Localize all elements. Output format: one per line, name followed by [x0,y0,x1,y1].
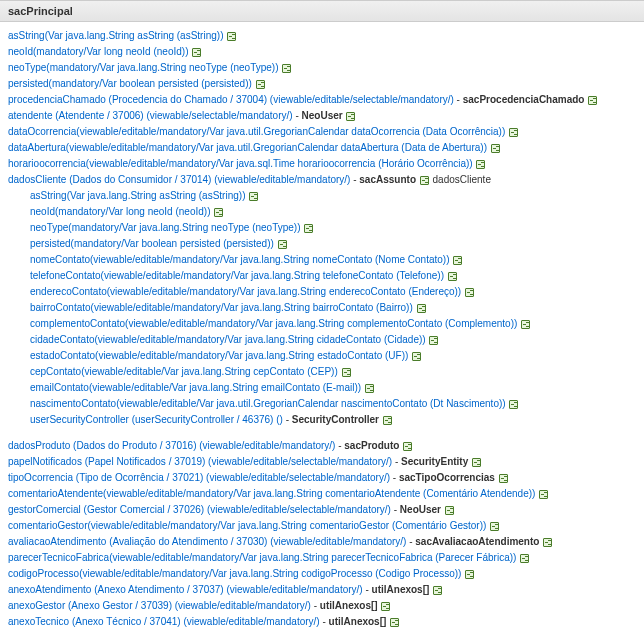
property-link[interactable]: neoType(mandatory/Var java.lang.String n… [8,62,279,73]
expand-icon[interactable] [465,570,474,579]
property-link[interactable]: asString(Var java.lang.String asString (… [8,30,223,41]
property-link[interactable]: dataOcorrencia(viewable/editable/mandato… [8,126,505,137]
tree-row: dadosProduto (Dados do Produto / 37016) … [8,438,636,453]
expand-icon[interactable] [429,336,438,345]
expand-icon[interactable] [539,490,548,499]
type-name: sacAssunto [359,174,416,185]
expand-icon[interactable] [346,112,355,121]
property-link[interactable]: emailContato(viewable/editable/Var java.… [30,382,361,393]
expand-icon[interactable] [472,458,481,467]
type-name: SecurityEntity [401,456,468,467]
property-link[interactable]: horarioocorrencia(viewable/editable/mand… [8,158,473,169]
property-link[interactable]: comentarioGestor(viewable/editable/manda… [8,520,486,531]
tree-row: dataAbertura(viewable/editable/mandatory… [8,140,636,155]
expand-icon[interactable] [448,272,457,281]
tree-row: comentarioGestor(viewable/editable/manda… [8,518,636,533]
tree-row: anexoTecnico (Anexo Técnico / 37041) (vi… [8,614,636,627]
separator: - [391,504,400,515]
tree-row: persisted(mandatory/Var boolean persiste… [8,236,636,251]
property-link[interactable]: estadoContato(viewable/editable/mandator… [30,350,408,361]
type-name: NeoUser [400,504,441,515]
property-link[interactable]: bairroContato(viewable/editable/mandator… [30,302,413,313]
property-link[interactable]: asString(Var java.lang.String asString (… [30,190,245,201]
tree-row: asString(Var java.lang.String asString (… [8,28,636,43]
expand-icon[interactable] [433,586,442,595]
property-link[interactable]: parecerTecnicoFabrica(viewable/editable/… [8,552,516,563]
expand-icon[interactable] [304,224,313,233]
tree-row: papelNotificados (Papel Notificados / 37… [8,454,636,469]
expand-icon[interactable] [499,474,508,483]
tree-row: neoId(mandatory/Var long neoId (neoId)) [8,204,636,219]
expand-icon[interactable] [403,442,412,451]
tree-row: estadoContato(viewable/editable/mandator… [8,348,636,363]
property-link[interactable]: tipoOcorrencia (Tipo de Ocorrência / 370… [8,472,390,483]
property-link[interactable]: cidadeContato(viewable/editable/mandator… [30,334,426,345]
expand-icon[interactable] [445,506,454,515]
expand-icon[interactable] [509,400,518,409]
expand-icon[interactable] [256,80,265,89]
expand-icon[interactable] [249,192,258,201]
trail-text: dadosCliente [433,174,491,185]
expand-icon[interactable] [491,144,500,153]
expand-icon[interactable] [453,256,462,265]
property-link[interactable]: papelNotificados (Papel Notificados / 37… [8,456,392,467]
property-link[interactable]: anexoGestor (Anexo Gestor / 37039) (view… [8,600,311,611]
expand-icon[interactable] [412,352,421,361]
expand-icon[interactable] [282,64,291,73]
expand-icon[interactable] [342,368,351,377]
expand-icon[interactable] [509,128,518,137]
property-link[interactable]: codigoProcesso(viewable/editable/mandato… [8,568,461,579]
expand-icon[interactable] [192,48,201,57]
expand-icon[interactable] [420,176,429,185]
expand-icon[interactable] [521,320,530,329]
expand-icon[interactable] [476,160,485,169]
separator: - [363,584,372,595]
tree-row: emailContato(viewable/editable/Var java.… [8,380,636,395]
expand-icon[interactable] [383,416,392,425]
tree-row: parecerTecnicoFabrica(viewable/editable/… [8,550,636,565]
property-link[interactable]: procedenciaChamado (Procedencia do Chama… [8,94,454,105]
property-link[interactable]: enderecoContato(viewable/editable/mandat… [30,286,461,297]
expand-icon[interactable] [381,602,390,611]
type-name: sacProcedenciaChamado [463,94,585,105]
panel: sacPrincipal asString(Var java.lang.Stri… [0,0,644,627]
property-link[interactable]: avaliacaoAtendimento (Avaliação do Atend… [8,536,406,547]
property-link[interactable]: atendente (Atendente / 37006) (viewable/… [8,110,293,121]
expand-icon[interactable] [490,522,499,531]
expand-icon[interactable] [465,288,474,297]
tree-row: neoType(mandatory/Var java.lang.String n… [8,60,636,75]
expand-icon[interactable] [543,538,552,547]
property-link[interactable]: anexoAtendimento (Anexo Atendimento / 37… [8,584,363,595]
property-link[interactable]: gestorComercial (Gestor Comercial / 3702… [8,504,391,515]
tree-row: codigoProcesso(viewable/editable/mandato… [8,566,636,581]
property-link[interactable]: dadosProduto (Dados do Produto / 37016) … [8,440,335,451]
property-link[interactable]: complementoContato(viewable/editable/man… [30,318,517,329]
property-link[interactable]: nascimentoContato(viewable/editable/Var … [30,398,506,409]
expand-icon[interactable] [227,32,236,41]
property-link[interactable]: persisted(mandatory/Var boolean persiste… [8,78,252,89]
property-link[interactable]: persisted(mandatory/Var boolean persiste… [30,238,274,249]
expand-icon[interactable] [214,208,223,217]
property-link[interactable]: dataAbertura(viewable/editable/mandatory… [8,142,487,153]
expand-icon[interactable] [417,304,426,313]
expand-icon[interactable] [390,618,399,627]
property-link[interactable]: telefoneContato(viewable/editable/mandat… [30,270,444,281]
type-name: utilAnexos[] [372,584,430,595]
property-link[interactable]: nomeContato(viewable/editable/mandatory/… [30,254,449,265]
separator: - [406,536,415,547]
property-link[interactable]: dadosCliente (Dados do Consumidor / 3701… [8,174,350,185]
tree-row: userSecurityController (userSecurityCont… [8,412,636,427]
property-link[interactable]: comentarioAtendente(viewable/editable/ma… [8,488,535,499]
tree-row: bairroContato(viewable/editable/mandator… [8,300,636,315]
property-link[interactable]: neoType(mandatory/Var java.lang.String n… [30,222,301,233]
property-link[interactable]: anexoTecnico (Anexo Técnico / 37041) (vi… [8,616,320,627]
property-link[interactable]: cepContato(viewable/editable/Var java.la… [30,366,338,377]
expand-icon[interactable] [588,96,597,105]
type-name: sacProduto [344,440,399,451]
expand-icon[interactable] [278,240,287,249]
property-link[interactable]: neoId(mandatory/Var long neoId (neoId)) [8,46,188,57]
expand-icon[interactable] [365,384,374,393]
property-link[interactable]: userSecurityController (userSecurityCont… [30,414,283,425]
property-link[interactable]: neoId(mandatory/Var long neoId (neoId)) [30,206,210,217]
expand-icon[interactable] [520,554,529,563]
